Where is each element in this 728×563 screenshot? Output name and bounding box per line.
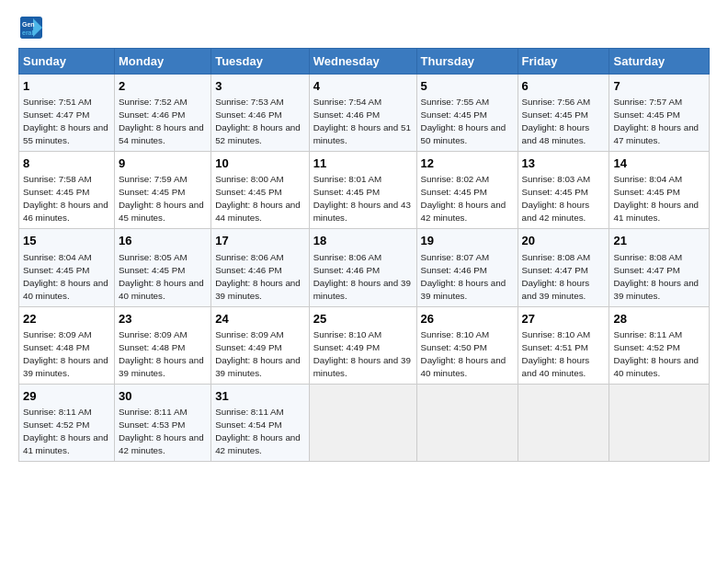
- sunrise: Sunrise: 8:06 AM: [313, 252, 382, 262]
- sunrise: Sunrise: 7:55 AM: [421, 97, 490, 107]
- daylight: Daylight: 8 hours and 42 minutes.: [522, 200, 590, 223]
- sunset: Sunset: 4:45 PM: [119, 265, 185, 275]
- col-header-thursday: Thursday: [416, 49, 518, 75]
- daylight: Daylight: 8 hours and 54 minutes.: [119, 122, 204, 145]
- daylight: Daylight: 8 hours and 40 minutes.: [613, 355, 699, 378]
- sunrise: Sunrise: 7:52 AM: [119, 97, 188, 107]
- daylight: Daylight: 8 hours and 39 minutes.: [613, 278, 699, 301]
- day-cell: [609, 384, 710, 461]
- sunrise: Sunrise: 8:06 AM: [215, 252, 284, 262]
- sunrise: Sunrise: 8:00 AM: [215, 174, 284, 184]
- day-number: 21: [613, 233, 705, 249]
- day-number: 30: [119, 388, 207, 405]
- col-header-monday: Monday: [115, 49, 211, 75]
- day-number: 22: [23, 311, 110, 327]
- day-number: 20: [522, 233, 606, 249]
- day-cell: 13Sunrise: 8:03 AMSunset: 4:45 PMDayligh…: [518, 152, 609, 229]
- daylight: Daylight: 8 hours and 43 minutes.: [313, 200, 411, 223]
- col-header-friday: Friday: [518, 49, 609, 75]
- day-cell: 28Sunrise: 8:11 AMSunset: 4:52 PMDayligh…: [609, 306, 710, 384]
- sunrise: Sunrise: 8:03 AM: [522, 174, 591, 184]
- daylight: Daylight: 8 hours and 52 minutes.: [215, 122, 301, 145]
- sunset: Sunset: 4:50 PM: [421, 342, 487, 352]
- day-number: 11: [313, 155, 413, 172]
- daylight: Daylight: 8 hours and 39 minutes.: [215, 278, 301, 301]
- daylight: Daylight: 8 hours and 40 minutes.: [119, 278, 204, 301]
- sunrise: Sunrise: 8:11 AM: [613, 329, 682, 339]
- day-cell: 4Sunrise: 7:54 AMSunset: 4:46 PMDaylight…: [309, 75, 416, 152]
- week-row-3: 15Sunrise: 8:04 AMSunset: 4:45 PMDayligh…: [19, 229, 710, 306]
- col-header-wednesday: Wednesday: [309, 49, 416, 75]
- day-cell: 12Sunrise: 8:02 AMSunset: 4:45 PMDayligh…: [416, 152, 518, 229]
- day-cell: 27Sunrise: 8:10 AMSunset: 4:51 PMDayligh…: [518, 306, 609, 384]
- sunset: Sunset: 4:48 PM: [23, 342, 89, 352]
- daylight: Daylight: 8 hours and 45 minutes.: [119, 200, 204, 223]
- daylight: Daylight: 8 hours and 39 minutes.: [313, 355, 411, 378]
- sunrise: Sunrise: 8:09 AM: [215, 329, 284, 339]
- sunset: Sunset: 4:52 PM: [613, 342, 679, 352]
- sunset: Sunset: 4:45 PM: [421, 109, 487, 120]
- sunset: Sunset: 4:45 PM: [613, 109, 679, 120]
- logo: Gen eral: [18, 15, 48, 40]
- day-cell: 17Sunrise: 8:06 AMSunset: 4:46 PMDayligh…: [211, 229, 310, 306]
- day-number: 23: [119, 311, 207, 327]
- col-header-sunday: Sunday: [19, 49, 115, 75]
- sunrise: Sunrise: 7:59 AM: [119, 174, 188, 184]
- daylight: Daylight: 8 hours and 40 minutes.: [421, 355, 506, 378]
- daylight: Daylight: 8 hours and 39 minutes.: [23, 355, 108, 378]
- day-cell: [518, 384, 609, 461]
- day-cell: [416, 384, 518, 461]
- sunrise: Sunrise: 8:08 AM: [522, 252, 591, 262]
- sunset: Sunset: 4:45 PM: [119, 187, 185, 197]
- col-header-saturday: Saturday: [609, 49, 710, 75]
- sunrise: Sunrise: 7:53 AM: [215, 97, 284, 107]
- daylight: Daylight: 8 hours and 50 minutes.: [421, 122, 506, 145]
- day-number: 16: [119, 233, 207, 249]
- day-cell: 11Sunrise: 8:01 AMSunset: 4:45 PMDayligh…: [309, 152, 416, 229]
- sunset: Sunset: 4:46 PM: [215, 109, 281, 120]
- day-cell: 24Sunrise: 8:09 AMSunset: 4:49 PMDayligh…: [211, 306, 310, 384]
- day-number: 9: [119, 155, 207, 172]
- sunset: Sunset: 4:53 PM: [119, 419, 185, 430]
- day-number: 17: [215, 233, 305, 249]
- sunrise: Sunrise: 7:56 AM: [522, 97, 591, 107]
- day-number: 14: [613, 155, 705, 172]
- day-number: 13: [522, 155, 606, 172]
- logo-icon: Gen eral: [18, 15, 44, 40]
- day-number: 27: [522, 311, 606, 327]
- svg-text:Gen: Gen: [22, 21, 35, 28]
- sunrise: Sunrise: 8:04 AM: [23, 252, 92, 262]
- sunrise: Sunrise: 7:57 AM: [613, 97, 682, 107]
- day-number: 7: [613, 78, 705, 95]
- day-number: 10: [215, 155, 305, 172]
- week-row-1: 1Sunrise: 7:51 AMSunset: 4:47 PMDaylight…: [19, 75, 710, 152]
- sunset: Sunset: 4:47 PM: [23, 109, 89, 120]
- day-cell: 6Sunrise: 7:56 AMSunset: 4:45 PMDaylight…: [518, 75, 609, 152]
- svg-text:eral: eral: [22, 29, 34, 36]
- week-row-2: 8Sunrise: 7:58 AMSunset: 4:45 PMDaylight…: [19, 152, 710, 229]
- sunset: Sunset: 4:46 PM: [313, 265, 380, 275]
- daylight: Daylight: 8 hours and 39 minutes.: [421, 278, 506, 301]
- sunset: Sunset: 4:48 PM: [119, 342, 185, 352]
- calendar-table: SundayMondayTuesdayWednesdayThursdayFrid…: [18, 48, 710, 462]
- day-cell: 9Sunrise: 7:59 AMSunset: 4:45 PMDaylight…: [115, 152, 211, 229]
- day-cell: 29Sunrise: 8:11 AMSunset: 4:52 PMDayligh…: [19, 384, 115, 461]
- daylight: Daylight: 8 hours and 42 minutes.: [119, 432, 204, 455]
- daylight: Daylight: 8 hours and 40 minutes.: [522, 355, 590, 378]
- day-number: 19: [421, 233, 514, 249]
- day-number: 15: [23, 233, 110, 249]
- day-cell: 8Sunrise: 7:58 AMSunset: 4:45 PMDaylight…: [19, 152, 115, 229]
- sunset: Sunset: 4:45 PM: [215, 187, 281, 197]
- sunrise: Sunrise: 7:58 AM: [23, 174, 92, 184]
- day-number: 26: [421, 311, 514, 327]
- day-number: 18: [313, 233, 413, 249]
- sunrise: Sunrise: 8:07 AM: [421, 252, 490, 262]
- day-cell: 1Sunrise: 7:51 AMSunset: 4:47 PMDaylight…: [19, 75, 115, 152]
- daylight: Daylight: 8 hours and 44 minutes.: [215, 200, 301, 223]
- sunset: Sunset: 4:45 PM: [613, 187, 679, 197]
- day-cell: 21Sunrise: 8:08 AMSunset: 4:47 PMDayligh…: [609, 229, 710, 306]
- day-number: 12: [421, 155, 514, 172]
- day-cell: 23Sunrise: 8:09 AMSunset: 4:48 PMDayligh…: [115, 306, 211, 384]
- sunset: Sunset: 4:45 PM: [522, 187, 588, 197]
- day-cell: 26Sunrise: 8:10 AMSunset: 4:50 PMDayligh…: [416, 306, 518, 384]
